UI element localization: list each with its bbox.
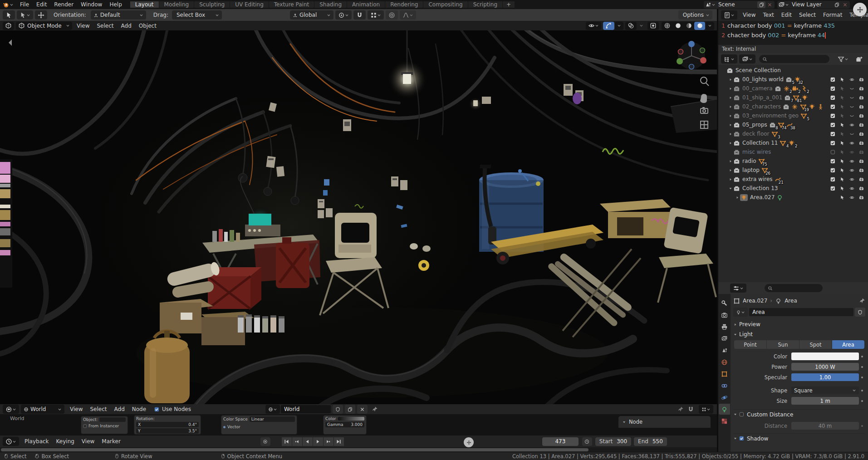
shader-type-dropdown[interactable]: World — [21, 405, 64, 414]
light-type-sun-button[interactable]: Sun — [767, 340, 799, 349]
shader-menu-view[interactable]: View — [66, 404, 86, 414]
pin-icon[interactable] — [371, 406, 378, 413]
frame-end-field[interactable]: End550 — [634, 437, 667, 446]
text-editor[interactable]: 1character body 001 = keyframe 4352chact… — [718, 21, 868, 45]
exclude-checkbox[interactable] — [828, 112, 838, 119]
area-divider[interactable] — [717, 9, 718, 452]
editor-type-dropdown[interactable] — [730, 284, 746, 293]
menu-edit[interactable]: Edit — [33, 0, 50, 9]
exclude-checkbox[interactable] — [828, 76, 838, 83]
editor-type-dropdown[interactable] — [721, 10, 737, 20]
options-dropdown[interactable]: Options — [678, 10, 712, 20]
animate-dot[interactable] — [859, 377, 865, 378]
play-reverse-button[interactable] — [303, 437, 313, 446]
fake-user-button[interactable] — [855, 308, 865, 317]
exclude-checkbox[interactable] — [828, 148, 838, 156]
animate-dot[interactable] — [859, 400, 865, 402]
light-type-area-button[interactable]: Area — [832, 340, 864, 349]
specular-field[interactable]: 1.00 — [791, 373, 859, 381]
hide-toggle[interactable] — [847, 76, 857, 83]
properties-tab-texture[interactable] — [719, 416, 730, 426]
properties-tab-physics[interactable] — [719, 392, 730, 403]
selectability-dropdown[interactable] — [586, 22, 601, 30]
outliner-row[interactable]: laptop26 — [718, 166, 868, 175]
viewport-menu-add[interactable]: Add — [118, 21, 135, 30]
pin-icon[interactable] — [677, 406, 684, 413]
render-toggle[interactable] — [857, 76, 866, 83]
shading-dropdown[interactable] — [706, 22, 714, 30]
menu-file[interactable]: File — [16, 0, 33, 9]
properties-tab-object-data[interactable] — [719, 404, 730, 415]
transform-orientation-dropdown[interactable]: Global — [290, 10, 333, 20]
outliner-row[interactable]: 00_camera222 — [718, 84, 868, 93]
hide-toggle[interactable] — [847, 130, 857, 137]
snap-toggle[interactable] — [353, 10, 366, 20]
selectable-toggle[interactable] — [838, 185, 847, 192]
outliner-row[interactable]: 01_ship_a_001781 — [718, 93, 868, 102]
workspace-tab-sculpting[interactable]: Sculpting — [194, 1, 230, 8]
outliner-row[interactable]: Collection 1142 — [718, 138, 868, 147]
code-line[interactable]: 2chacter body 002 = keyframe 44 — [718, 30, 868, 40]
timeline-menu-keying[interactable]: Keying — [53, 436, 78, 447]
animate-dot[interactable] — [859, 366, 865, 368]
shading-material-button[interactable] — [683, 22, 694, 30]
use-preview-range-button[interactable] — [582, 437, 592, 446]
frame-start-field[interactable]: Start300 — [595, 437, 631, 446]
exclude-checkbox[interactable] — [828, 130, 838, 137]
fake-user-button[interactable] — [333, 405, 343, 414]
shadow-checkbox[interactable] — [739, 436, 744, 441]
outliner-row[interactable]: 03_environment geo5 — [718, 111, 868, 120]
breadcrumb-data[interactable]: Area — [785, 298, 797, 304]
selectable-toggle[interactable] — [838, 130, 847, 137]
light-type-point-button[interactable]: Point — [734, 340, 766, 349]
unlink-datablock-button[interactable] — [357, 405, 368, 414]
expand-arrow-icon[interactable] — [728, 141, 733, 145]
render-toggle[interactable] — [857, 194, 866, 201]
display-mode-dropdown[interactable] — [739, 54, 755, 64]
selectable-toggle[interactable] — [838, 194, 847, 201]
expand-arrow-icon[interactable] — [728, 105, 733, 109]
outliner-row[interactable]: radio75 — [718, 157, 868, 166]
hide-toggle[interactable] — [847, 194, 857, 201]
properties-tab-scene[interactable] — [719, 345, 730, 356]
proportional-falloff-dropdown[interactable] — [400, 10, 416, 20]
timeline-menu-marker[interactable]: Marker — [98, 436, 124, 447]
hide-toggle[interactable] — [847, 103, 857, 110]
outliner-row[interactable]: Collection 13 — [718, 184, 868, 193]
editor-type-dropdown[interactable] — [3, 437, 19, 446]
distance-field[interactable]: 40 m — [791, 422, 859, 430]
panel-custom-distance[interactable]: Custom Distance — [733, 409, 865, 419]
editor-type-dropdown[interactable] — [3, 22, 14, 30]
hide-toggle[interactable] — [847, 166, 857, 174]
overlays-toggle[interactable] — [625, 22, 637, 30]
timeline-menu-playback[interactable]: Playback — [21, 436, 53, 447]
menu-help[interactable]: Help — [106, 0, 125, 9]
expand-arrow-icon[interactable] — [728, 168, 733, 172]
expand-arrow-icon[interactable] — [728, 123, 733, 127]
scene-copy-button[interactable] — [757, 1, 765, 8]
selectable-toggle[interactable] — [838, 85, 847, 92]
selectable-toggle[interactable] — [838, 76, 847, 83]
selectable-toggle[interactable] — [838, 157, 847, 165]
text-menu-view[interactable]: View — [739, 9, 759, 21]
hide-toggle[interactable] — [847, 112, 857, 119]
workspace-tab-modeling[interactable]: Modeling — [159, 1, 194, 8]
node-editor-canvas[interactable]: World Object: From Instancer Rotation: X… — [0, 414, 717, 436]
tool-fallback-dropdown[interactable] — [17, 10, 33, 20]
pin-icon[interactable] — [858, 298, 865, 304]
data-name-field[interactable]: Area — [749, 308, 853, 316]
size-field[interactable]: 1 m — [791, 397, 859, 405]
viewport-menu-object[interactable]: Object — [135, 21, 160, 30]
breadcrumb-object[interactable]: Area.027 — [743, 298, 767, 304]
text-menu-text[interactable]: Text — [759, 9, 777, 21]
hide-toggle[interactable] — [847, 148, 857, 156]
custom-distance-checkbox[interactable] — [739, 412, 744, 417]
viewport-menu-select[interactable]: Select — [93, 21, 117, 30]
shader-menu-node[interactable]: Node — [128, 404, 150, 414]
outliner-row[interactable]: deck floor3 — [718, 129, 868, 138]
render-toggle[interactable] — [857, 157, 866, 165]
selectable-toggle[interactable] — [838, 94, 847, 101]
editor-type-dropdown[interactable] — [721, 54, 737, 64]
world-name-field[interactable]: World — [281, 405, 331, 413]
node-fragment-gamma[interactable]: Color Gamma3.000 — [323, 415, 367, 435]
